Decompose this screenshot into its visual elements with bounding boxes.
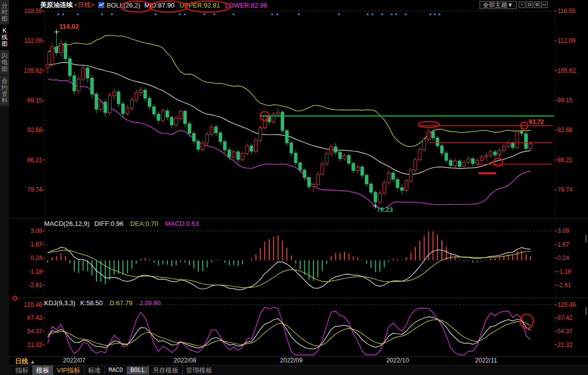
expand-chart-icon[interactable]: ⊞ [534, 2, 540, 8]
svg-text:105.62: 105.62 [557, 67, 576, 74]
date-label: 2022/11 [475, 357, 497, 364]
macd-title: MACD(26,12,9) [44, 220, 89, 227]
date-label: 2022/09 [280, 357, 303, 364]
svg-text:79.74: 79.74 [557, 186, 572, 193]
date-label: 2022/08 [174, 357, 196, 364]
svg-text:54.37: 54.37 [27, 328, 42, 335]
tab-indicators[interactable]: 指标 [12, 365, 32, 375]
tab-standard[interactable]: 标准 [84, 365, 104, 375]
bottom-tabbar: 指标 模板 VIP指标 标准 MACD BOLL 另存模板 管理模板 [9, 365, 588, 375]
chart-header: 美原油连续 <日线> BOLL(26,2) MID:87.90 UPPER:92… [9, 0, 588, 10]
svg-text:99.15: 99.15 [27, 97, 42, 104]
indicator-name: BOLL(26,2) [106, 2, 140, 9]
svg-text:3.09: 3.09 [31, 227, 43, 234]
svg-text:-1.18: -1.18 [29, 268, 43, 275]
svg-text:54.37: 54.37 [557, 328, 572, 335]
tab-vip-indicators[interactable]: VIP指标 [53, 365, 84, 375]
symbol-name: 美原油连续 [40, 1, 73, 10]
sidebar-item-contract-info[interactable]: 合约资料 [0, 75, 9, 107]
theme-select-button[interactable]: 全部主题▼ [480, 1, 517, 9]
svg-text:92.68: 92.68 [557, 127, 572, 134]
svg-text:112.09: 112.09 [24, 37, 42, 44]
svg-text:86.21: 86.21 [27, 157, 42, 164]
kdj-k-value: K:58.50 [80, 299, 103, 307]
tab-boll[interactable]: BOLL [127, 366, 149, 374]
tab-macd[interactable]: MACD [104, 366, 127, 374]
trading-terminal: 118.55118.55112.09112.09105.62105.6299.1… [0, 0, 588, 375]
crosshair-icon[interactable]: + [519, 2, 525, 8]
macd-pane-header: MACD(26,12,9) DIFF:0.96 DEA:0.70 MACD:0.… [44, 220, 199, 227]
svg-text:21.32: 21.32 [557, 341, 572, 348]
svg-text:0.24: 0.24 [557, 255, 569, 262]
tab-save-template[interactable]: 另存模板 [149, 365, 182, 375]
left-sidebar: 分时图 K线图 闪电图 合约资料 [0, 0, 9, 375]
svg-text:1.67: 1.67 [557, 241, 569, 248]
svg-text:21.32: 21.32 [27, 341, 42, 348]
boll-upper-value: UPPER:92.81 [179, 2, 220, 9]
macd-dea-value: DEA:0.70 [130, 220, 158, 227]
svg-text:0.24: 0.24 [31, 255, 43, 262]
sidebar-item-flash[interactable]: 闪电图 [0, 50, 9, 75]
svg-text:105.62: 105.62 [24, 67, 42, 74]
sidebar-item-kline[interactable]: K线图 [0, 25, 9, 50]
chart-toolbar: + ⊟ ⊞ ↦ [519, 2, 548, 8]
svg-text:87.42: 87.42 [557, 314, 572, 321]
chart-canvas[interactable]: 118.55118.55112.09112.09105.62105.6299.1… [0, 0, 588, 375]
tab-templates[interactable]: 模板 [32, 365, 53, 375]
sidebar-item-timeshare[interactable]: 分时图 [0, 0, 9, 25]
kdj-title: KDJ(9,3,3) [44, 299, 75, 307]
kdj-d-value: D:67.79 [109, 299, 133, 307]
svg-text:1.67: 1.67 [31, 241, 43, 248]
svg-text:120.46: 120.46 [24, 301, 42, 308]
page-right-icon[interactable]: ↦ [541, 2, 548, 8]
svg-text:-1.18: -1.18 [557, 268, 571, 275]
svg-text:92.68: 92.68 [27, 127, 42, 134]
chevron-up-icon: ▲ [30, 359, 35, 364]
kdj-pane-header: KDJ(9,3,3) K:58.50 D:67.79 J:39.90 [44, 299, 161, 307]
boll-lower-value: LOWER:82.98 [225, 2, 267, 9]
svg-text:99.15: 99.15 [557, 97, 572, 104]
svg-text:120.46: 120.46 [557, 301, 576, 308]
period-selector[interactable]: 日线 ▲ [15, 357, 35, 366]
boll-mid-value: MID:87.90 [144, 2, 174, 9]
date-label: 2022/07 [63, 357, 85, 364]
svg-text:3.09: 3.09 [557, 227, 569, 234]
svg-text:112.09: 112.09 [557, 37, 575, 44]
tab-manage-template[interactable]: 管理模板 [182, 365, 216, 375]
svg-text:-2.61: -2.61 [557, 282, 571, 289]
macd-diff-value: DIFF:0.96 [94, 220, 124, 227]
svg-text:-2.61: -2.61 [29, 282, 43, 289]
svg-text:87.42: 87.42 [27, 314, 42, 321]
date-label: 2022/10 [386, 357, 409, 364]
kdj-j-value: J:39.90 [139, 299, 161, 307]
indicator-icon [98, 2, 104, 8]
shrink-chart-icon[interactable]: ⊟ [526, 2, 533, 8]
svg-text:86.21: 86.21 [557, 157, 572, 164]
macd-value: MACD:0.53 [165, 220, 199, 227]
period-tag: <日线> [74, 1, 94, 10]
svg-text:79.74: 79.74 [27, 186, 42, 193]
